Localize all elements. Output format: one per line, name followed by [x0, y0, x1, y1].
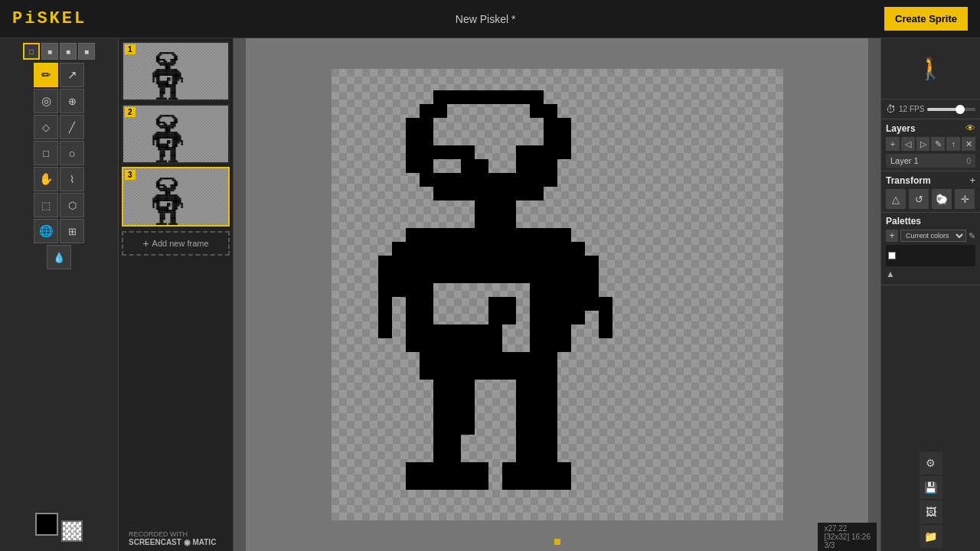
status-size: [32x32] 16:26: [824, 533, 871, 541]
tool-row-5: ✋ ⌇: [34, 167, 84, 191]
palettes-title: Palettes: [886, 216, 921, 227]
line-tool[interactable]: ╱: [60, 115, 84, 139]
move-tool[interactable]: ↗: [60, 63, 84, 87]
layer-delete-btn[interactable]: ✕: [962, 137, 975, 151]
status-frame: 3/3: [824, 541, 871, 549]
layer-opacity: 0: [966, 157, 971, 165]
add-frame-label: Add new frame: [152, 239, 209, 248]
right-side-icons: ⚙ 💾 🖼 📁: [881, 448, 980, 551]
ellipse-tool[interactable]: ○: [60, 141, 84, 165]
layer-edit-btn[interactable]: ✎: [931, 137, 945, 151]
layers-visibility-icon[interactable]: 👁: [965, 122, 975, 134]
canvas-scroll-left: [234, 38, 246, 551]
tool-row-7: 🌐 ⊞: [34, 219, 84, 243]
layer-item[interactable]: Layer 1 0: [886, 154, 975, 168]
pixel-canvas[interactable]: [332, 69, 783, 520]
select-rect-tool[interactable]: ⬚: [34, 193, 58, 217]
preview-area: 🚶: [881, 38, 980, 99]
palette-swatch-1[interactable]: [888, 252, 896, 259]
canvas-scroll-right: [868, 38, 880, 551]
canvas-area[interactable]: [234, 38, 880, 551]
rect-tool[interactable]: □: [34, 141, 58, 165]
eraser-tool[interactable]: ◇: [34, 115, 58, 139]
layers-title: Layers: [886, 123, 916, 134]
left-toolbar: □ ■ ■ ■ ✏ ↗ ◎ ⊕ ◇ ╱ □ ○ ✋: [0, 38, 119, 551]
watermark: RECORDED WITH SCREENCAST ◉ MATIC: [129, 530, 216, 546]
transform-sheep[interactable]: 🐑: [932, 189, 952, 209]
fps-slider-thumb[interactable]: [956, 105, 965, 114]
tool-row-2: ◎ ⊕: [34, 89, 84, 113]
transform-crosshair[interactable]: ✛: [955, 189, 975, 209]
transform-flip-h[interactable]: △: [886, 189, 906, 209]
frame-item-1[interactable]: 1: [122, 41, 230, 101]
watermark-line2: SCREENCAST ◉ MATIC: [129, 538, 216, 546]
frames-panel: 1 2 3 + Add new frame: [119, 38, 234, 551]
right-panel: 🚶 ⏱ 12 FPS Layers 👁 + ◁: [880, 38, 980, 551]
primary-color-swatch[interactable]: [35, 513, 58, 536]
layer-name: Layer 1: [890, 156, 919, 165]
export-button[interactable]: 🖼: [920, 500, 942, 523]
layer-left-btn[interactable]: ◁: [901, 137, 915, 151]
global-tool[interactable]: 🌐: [34, 219, 58, 243]
palette-controls: + Current colors ✎: [886, 230, 975, 242]
pan-tool[interactable]: ✋: [34, 167, 58, 191]
document-title: New Piskel *: [456, 13, 516, 25]
fps-slider-fill: [927, 108, 956, 111]
palette-cursor-area: ▲: [886, 266, 975, 282]
pencil-tool[interactable]: ✏: [34, 63, 58, 87]
palette-edit-btn[interactable]: ✎: [969, 231, 975, 241]
palette-swatch-area: [886, 245, 975, 266]
frame-number-1: 1: [125, 44, 136, 54]
mode-btn-1[interactable]: ■: [41, 43, 58, 60]
settings-button[interactable]: ⚙: [920, 452, 942, 474]
cursor-position-indicator: [554, 539, 560, 545]
fps-row: ⏱ 12 FPS: [881, 99, 980, 119]
palette-dropdown[interactable]: Current colors: [900, 230, 966, 242]
mode-buttons: □ ■ ■ ■: [23, 43, 95, 60]
titlebar: PiSKEL New Piskel * Create Sprite: [0, 0, 980, 38]
transform-rotate[interactable]: ↺: [909, 189, 929, 209]
frame-canvas-1: [123, 43, 228, 99]
layer-add-btn[interactable]: +: [886, 137, 900, 151]
mode-btn-2[interactable]: ■: [60, 43, 77, 60]
add-frame-button[interactable]: + Add new frame: [122, 231, 230, 256]
tiling-tool[interactable]: ⊞: [60, 219, 84, 243]
mode-btn-outline[interactable]: □: [23, 43, 40, 60]
eyedropper-tool[interactable]: ⌇: [60, 167, 84, 191]
mode-btn-3[interactable]: ■: [78, 43, 95, 60]
watermark-line1: RECORDED WITH: [129, 530, 216, 538]
tool-row-1: ✏ ↗: [34, 63, 84, 87]
tool-row-6: ⬚ ⬡: [34, 193, 84, 217]
app-logo: PiSKEL: [12, 9, 87, 28]
select-lasso-tool[interactable]: ⬡: [60, 193, 84, 217]
frame-number-3: 3: [125, 170, 136, 180]
fps-clock-icon: ⏱: [886, 103, 896, 115]
layers-header: Layers 👁: [886, 122, 975, 134]
status-coords: x27.22: [824, 524, 871, 533]
fps-slider[interactable]: [927, 108, 975, 111]
layer-up-btn[interactable]: ↑: [946, 137, 960, 151]
transform-title: Transform: [886, 175, 931, 186]
add-frame-plus-icon: +: [142, 237, 149, 249]
frame-canvas-3: [123, 168, 228, 225]
save-button[interactable]: 💾: [920, 476, 942, 499]
transform-header: Transform +: [886, 174, 975, 186]
color-area: [32, 508, 86, 546]
secondary-color-swatch[interactable]: [61, 520, 83, 542]
palette-add-btn[interactable]: +: [886, 230, 898, 242]
transform-add-icon[interactable]: +: [969, 174, 975, 186]
fill-select-tool[interactable]: ⊕: [60, 89, 84, 113]
fill-outline-tool[interactable]: ◎: [34, 89, 58, 113]
preview-sprite-icon: 🚶: [917, 58, 944, 80]
palettes-header: Palettes: [886, 216, 975, 227]
frame-canvas-2: [123, 106, 228, 162]
transform-tools: △ ↺ 🐑 ✛: [886, 189, 975, 209]
open-button[interactable]: 📁: [920, 525, 942, 548]
frame-item-2[interactable]: 2: [122, 104, 230, 164]
frame-item-3[interactable]: 3: [122, 167, 230, 227]
color-pick-tool[interactable]: 💧: [47, 245, 71, 269]
layer-right-btn[interactable]: ▷: [916, 137, 930, 151]
create-sprite-button[interactable]: Create Sprite: [884, 7, 968, 31]
tool-row-3: ◇ ╱: [34, 115, 84, 139]
tool-row-8: 💧: [47, 245, 71, 269]
